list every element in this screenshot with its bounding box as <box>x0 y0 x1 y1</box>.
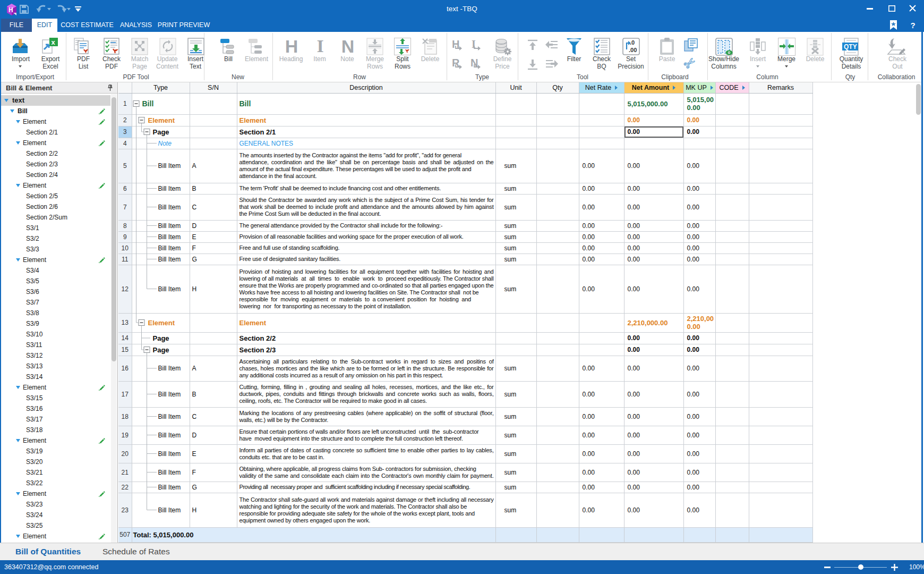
svg-text:.00: .00 <box>629 47 637 53</box>
svg-text:.0: .0 <box>630 39 635 46</box>
svg-text:QTY: QTY <box>844 43 857 50</box>
svg-text:x: x <box>52 38 56 46</box>
